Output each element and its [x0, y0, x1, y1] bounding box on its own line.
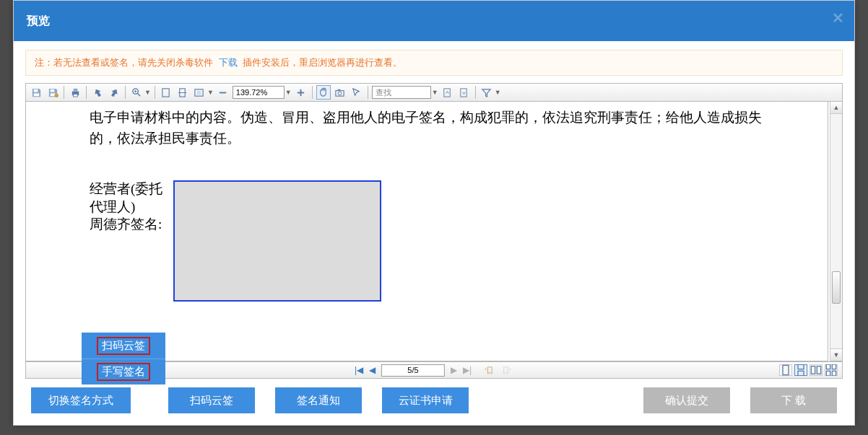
- save-icon[interactable]: [29, 85, 43, 100]
- snapshot-icon[interactable]: [333, 85, 347, 100]
- svg-rect-6: [73, 88, 77, 91]
- document-viewer[interactable]: 电子申请材料中的内容。伪造、冒用、盗用他人的电子签名，构成犯罪的，依法追究刑事责…: [25, 102, 828, 361]
- signature-label: 经营者(委托 代理人) 周德齐签名:: [90, 180, 173, 302]
- svg-rect-0: [33, 89, 38, 92]
- prev-page-icon[interactable]: ◀: [369, 365, 376, 375]
- download-button: 下 载: [750, 387, 837, 413]
- pdf-toolbar: ▼ ▼ ▼ ▼ ▼: [25, 83, 843, 102]
- zoom-input[interactable]: [233, 86, 285, 99]
- rotate-left-icon[interactable]: [90, 85, 105, 100]
- doc-line-2: 电子申请材料中的内容。伪造、冒用、盗用他人的电子签名，构成犯罪的，依法追究刑事责…: [90, 110, 762, 146]
- svg-rect-19: [300, 89, 302, 95]
- svg-rect-16: [197, 90, 201, 95]
- svg-rect-24: [461, 88, 466, 96]
- warning-bar: 注：若无法查看或签名，请先关闭杀毒软件 下载 插件安装后，重启浏览器再进行查看。: [25, 50, 843, 76]
- fit-page-icon[interactable]: [175, 85, 190, 100]
- fit-actual-icon[interactable]: [159, 85, 173, 100]
- bookmark-forward-icon[interactable]: [499, 363, 513, 377]
- toolbar-separator: [125, 86, 126, 99]
- svg-rect-1: [33, 93, 39, 96]
- bottom-button-bar: 切换签名方式 扫码云签 签名通知 云证书申请 确认提交 下 载: [14, 387, 854, 413]
- svg-rect-28: [811, 366, 815, 374]
- zoom-value-dropdown-icon[interactable]: ▼: [285, 89, 292, 96]
- svg-rect-33: [832, 371, 836, 376]
- facing-view-icon[interactable]: [810, 364, 823, 376]
- vertical-scrollbar[interactable]: ▲ ▼: [830, 102, 843, 361]
- toolbar-separator: [475, 86, 476, 99]
- svg-rect-31: [832, 364, 836, 369]
- page-input[interactable]: [381, 364, 445, 377]
- zoom-plus-icon[interactable]: [294, 85, 308, 100]
- svg-rect-12: [162, 88, 169, 96]
- fit-dropdown-icon[interactable]: ▼: [207, 89, 214, 96]
- page-navigation: |◀ ◀ ▶ ▶|: [355, 363, 513, 377]
- rotate-right-icon[interactable]: [107, 85, 121, 100]
- svg-point-21: [338, 92, 342, 95]
- modal-title: 预览: [27, 14, 50, 29]
- scroll-track[interactable]: [830, 114, 842, 348]
- filter-dropdown-icon[interactable]: ▼: [495, 89, 501, 96]
- find-next-icon[interactable]: [457, 85, 472, 100]
- hand-tool-icon[interactable]: [316, 85, 331, 100]
- svg-rect-26: [798, 364, 804, 369]
- single-page-view-icon[interactable]: [779, 364, 792, 376]
- svg-rect-17: [220, 92, 226, 93]
- filter-icon[interactable]: [479, 85, 494, 100]
- toolbar-separator: [368, 86, 368, 99]
- preview-modal: 预览 ✕ 注：若无法查看或签名，请先关闭杀毒软件 下载 插件安装后，重启浏览器再…: [13, 0, 855, 426]
- viewer-wrapper: 电子申请材料中的内容。伪造、冒用、盗用他人的电子签名，构成犯罪的，依法追究刑事责…: [25, 102, 843, 361]
- close-icon[interactable]: ✕: [832, 9, 844, 27]
- svg-rect-2: [50, 89, 54, 92]
- last-page-icon[interactable]: ▶|: [463, 365, 472, 375]
- scroll-up-icon[interactable]: ▲: [830, 102, 842, 114]
- sign-method-popup: 扫码云签 手写签名: [82, 333, 165, 385]
- zoom-out-icon[interactable]: [216, 85, 230, 100]
- svg-rect-27: [798, 371, 804, 376]
- switch-sign-method-button[interactable]: 切换签名方式: [31, 387, 131, 413]
- document-body: 电子申请材料中的内容。伪造、冒用、盗用他人的电子签名，构成犯罪的，依法追究刑事责…: [90, 107, 770, 149]
- confirm-submit-button: 确认提交: [643, 387, 730, 413]
- select-tool-icon[interactable]: [350, 85, 364, 100]
- find-dropdown-icon[interactable]: ▼: [432, 89, 438, 96]
- warning-prefix: 注：若无法查看或签名，请先关闭杀毒软件: [35, 57, 213, 68]
- first-page-icon[interactable]: |◀: [355, 365, 363, 375]
- svg-rect-25: [783, 365, 789, 374]
- toolbar-separator: [64, 86, 64, 99]
- svg-rect-29: [817, 366, 820, 374]
- svg-rect-22: [338, 89, 341, 90]
- svg-rect-7: [73, 94, 77, 97]
- svg-line-9: [137, 93, 140, 96]
- bookmark-back-icon[interactable]: [482, 363, 496, 377]
- find-input[interactable]: [372, 86, 431, 99]
- zoom-in-icon[interactable]: [129, 85, 144, 100]
- scroll-down-icon[interactable]: ▼: [830, 348, 842, 361]
- svg-point-4: [54, 93, 58, 97]
- signature-row: 经营者(委托 代理人) 周德齐签名:: [90, 180, 770, 302]
- popup-scan-sign[interactable]: 扫码云签: [82, 333, 165, 359]
- svg-rect-23: [444, 88, 450, 96]
- fit-width-icon[interactable]: [192, 85, 207, 100]
- popup-handwrite-sign[interactable]: 手写签名: [82, 359, 165, 385]
- warning-suffix: 插件安装后，重启浏览器再进行查看。: [243, 57, 402, 68]
- find-prev-icon[interactable]: [440, 85, 455, 100]
- save-as-icon[interactable]: [45, 85, 60, 100]
- scan-sign-button[interactable]: 扫码云签: [168, 387, 255, 413]
- toolbar-separator: [155, 86, 155, 99]
- cloud-cert-button[interactable]: 云证书申请: [382, 387, 469, 413]
- scroll-thumb[interactable]: [832, 271, 841, 304]
- svg-rect-32: [826, 371, 830, 376]
- signature-box[interactable]: [173, 180, 381, 302]
- continuous-view-icon[interactable]: [794, 364, 807, 376]
- svg-rect-30: [826, 364, 830, 369]
- sign-notice-button[interactable]: 签名通知: [275, 387, 362, 413]
- facing-continuous-view-icon[interactable]: [825, 364, 838, 376]
- view-mode-icons: [779, 364, 838, 376]
- toolbar-separator: [86, 86, 87, 99]
- next-page-icon[interactable]: ▶: [451, 365, 457, 375]
- toolbar-separator: [312, 86, 313, 99]
- print-icon[interactable]: [68, 85, 82, 100]
- download-plugin-link[interactable]: 下载: [219, 57, 238, 68]
- zoom-dropdown-icon[interactable]: ▼: [144, 89, 151, 96]
- titlebar: 预览 ✕: [14, 1, 854, 41]
